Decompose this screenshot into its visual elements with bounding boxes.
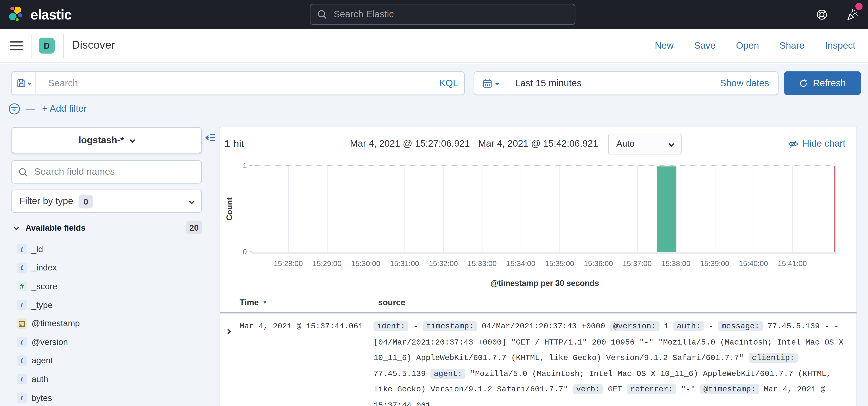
menu-button[interactable] bbox=[10, 41, 23, 50]
query-input-group: KQL bbox=[11, 71, 465, 95]
app-nav-bar: D Discover New Save Open Share Inspect bbox=[0, 29, 868, 63]
save-button[interactable]: Save bbox=[694, 40, 715, 51]
interval-select[interactable]: Auto bbox=[608, 134, 682, 154]
plot-area[interactable] bbox=[254, 165, 836, 252]
filter-by-type-dropdown[interactable]: Filter by type 0 bbox=[11, 190, 202, 213]
whats-new-button[interactable] bbox=[846, 8, 859, 21]
field-item-auth[interactable]: tauth bbox=[0, 370, 219, 388]
string-field-icon: t bbox=[17, 374, 27, 384]
string-field-icon: t bbox=[17, 393, 27, 403]
string-field-icon: t bbox=[17, 263, 27, 273]
string-field-icon: t bbox=[17, 244, 27, 255]
gridline bbox=[560, 166, 560, 252]
discover-app-badge[interactable]: D bbox=[39, 38, 55, 54]
time-range-button[interactable]: Last 15 minutes bbox=[507, 72, 720, 95]
chevron-down-icon bbox=[189, 199, 194, 204]
sort-descending-icon[interactable]: ▼ bbox=[262, 299, 268, 305]
date-quick-select-button[interactable] bbox=[474, 72, 507, 95]
open-button[interactable]: Open bbox=[736, 40, 759, 51]
page-title: Discover bbox=[72, 39, 115, 52]
source-field-badge: @timestamp: bbox=[700, 384, 759, 394]
hide-chart-button[interactable]: Hide chart bbox=[788, 138, 845, 149]
field-name: @timestamp bbox=[32, 318, 80, 328]
field-item-_type[interactable]: t_type bbox=[0, 296, 219, 314]
field-item-@version[interactable]: t@version bbox=[0, 333, 219, 351]
global-search-box[interactable] bbox=[310, 4, 576, 25]
type-filter-count-badge: 0 bbox=[79, 194, 93, 208]
doc-table-header: Time ▼ _source bbox=[220, 291, 857, 313]
available-fields-header[interactable]: Available fields 20 bbox=[14, 221, 209, 233]
gridline bbox=[327, 166, 328, 252]
gridline bbox=[443, 166, 444, 252]
new-button[interactable]: New bbox=[655, 40, 674, 51]
results-panel: 1hit Mar 4, 2021 @ 15:27:06.921 - Mar 4,… bbox=[220, 127, 857, 406]
column-header-source[interactable]: _source bbox=[374, 297, 405, 307]
filter-icon[interactable] bbox=[8, 102, 21, 116]
field-search-input[interactable] bbox=[33, 166, 195, 178]
index-pattern-switcher[interactable]: logstash-* bbox=[11, 127, 202, 153]
query-bar: KQL Last 15 minutes Show bbox=[0, 64, 868, 127]
kibana-discover-app: elastic bbox=[0, 0, 868, 406]
field-item-_id[interactable]: t_id bbox=[0, 240, 219, 259]
saved-query-menu-button[interactable] bbox=[12, 72, 36, 95]
source-field-badge: agent: bbox=[430, 369, 466, 379]
field-item-_index[interactable]: t_index bbox=[0, 259, 219, 277]
elastic-logo[interactable]: elastic bbox=[7, 5, 71, 24]
field-name: _index bbox=[32, 263, 57, 273]
show-dates-button[interactable]: Show dates bbox=[720, 72, 778, 95]
source-field-badge: referrer: bbox=[627, 384, 676, 394]
x-axis-tick: 15:41:00 bbox=[767, 259, 817, 268]
source-field-badge: timestamp: bbox=[423, 321, 477, 331]
share-button[interactable]: Share bbox=[779, 40, 804, 51]
field-name: _score bbox=[32, 281, 57, 291]
source-field-badge: message: bbox=[718, 321, 763, 331]
field-sidebar: logstash-* Filter by type 0 bbox=[0, 127, 220, 406]
chevron-down-icon bbox=[13, 225, 19, 230]
field-list: t_idt_index#_scoret_type@timestampt@vers… bbox=[0, 240, 219, 406]
collapse-sidebar-button[interactable] bbox=[204, 132, 216, 144]
chevron-down-icon bbox=[495, 81, 499, 85]
field-name: agent bbox=[32, 356, 53, 366]
help-button[interactable] bbox=[815, 8, 828, 21]
eye-closed-icon bbox=[788, 138, 798, 149]
gridline bbox=[676, 166, 677, 252]
x-axis-labels: 15:28:0015:29:0015:30:0015:31:0015:32:00… bbox=[220, 259, 857, 268]
collapse-sidebar-icon bbox=[204, 132, 216, 144]
save-query-icon bbox=[17, 78, 26, 88]
expand-row-button[interactable] bbox=[226, 324, 233, 330]
elastic-logo-icon bbox=[7, 5, 26, 24]
x-axis-title: @timestamp per 30 seconds bbox=[254, 279, 836, 287]
query-language-button[interactable]: KQL bbox=[433, 72, 464, 95]
column-header-time[interactable]: Time ▼ bbox=[240, 297, 268, 307]
gridline bbox=[637, 166, 638, 252]
y-axis-tick: 1 bbox=[235, 162, 247, 170]
help-icon bbox=[815, 8, 828, 21]
chart-time-range: Mar 4, 2021 @ 15:27:06.921 - Mar 4, 2021… bbox=[350, 138, 598, 149]
histogram-bar[interactable] bbox=[657, 167, 676, 252]
gridline bbox=[366, 166, 367, 252]
field-item-agent[interactable]: tagent bbox=[0, 351, 219, 370]
chevron-down-icon bbox=[130, 137, 135, 143]
gridline bbox=[792, 166, 793, 252]
string-field-icon: t bbox=[17, 300, 27, 310]
source-field-badge: verb: bbox=[573, 384, 603, 394]
gridline bbox=[405, 166, 405, 252]
field-item-_score[interactable]: #_score bbox=[0, 277, 219, 296]
hit-count: 1hit bbox=[225, 138, 244, 150]
field-item-@timestamp[interactable]: @timestamp bbox=[0, 314, 219, 333]
divider bbox=[63, 34, 64, 58]
available-fields-count-badge: 20 bbox=[186, 220, 202, 234]
document-time-cell: Mar 4, 2021 @ 15:37:44.061 bbox=[240, 318, 370, 334]
gridline bbox=[598, 166, 599, 252]
source-field-badge: clientip: bbox=[748, 353, 798, 363]
document-row[interactable]: Mar 4, 2021 @ 15:37:44.061 ident: - time… bbox=[220, 315, 857, 406]
global-search-input[interactable] bbox=[333, 8, 568, 21]
field-search-box[interactable] bbox=[11, 160, 202, 183]
kql-search-input[interactable] bbox=[36, 77, 433, 89]
inspect-button[interactable]: Inspect bbox=[825, 40, 856, 51]
refresh-button[interactable]: Refresh bbox=[784, 71, 861, 95]
field-item-bytes[interactable]: tbytes bbox=[0, 388, 219, 406]
y-axis-tick: 0 bbox=[235, 248, 247, 256]
current-time-marker bbox=[834, 166, 835, 252]
add-filter-button[interactable]: + Add filter bbox=[42, 103, 87, 114]
